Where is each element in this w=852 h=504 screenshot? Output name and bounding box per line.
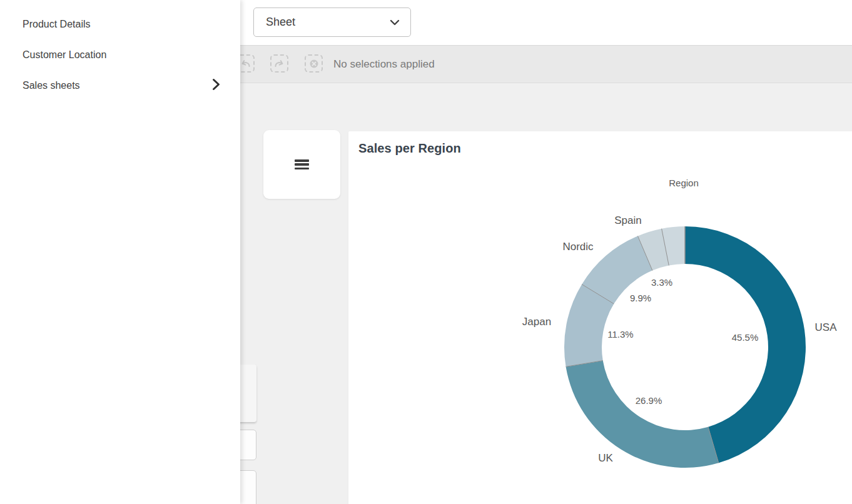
region-donut-svg: RegionUSAUKJapanNordicSpain45.5%26.9%11.… <box>348 131 852 504</box>
redo-selection-icon[interactable] <box>270 54 288 73</box>
menu-item-sales-sheets[interactable]: Sales sheets <box>0 70 240 101</box>
navigation-menu-card[interactable] <box>263 130 340 199</box>
clear-selections-icon[interactable] <box>305 54 323 73</box>
chevron-down-icon <box>390 19 400 26</box>
slice-name-label: USA <box>815 321 838 333</box>
slice-name-label: Japan <box>522 316 551 328</box>
menu-item-label: Product Details <box>23 19 91 30</box>
slice-name-label: Spain <box>614 214 641 226</box>
sales-per-region-chart-card[interactable]: RegionUSAUKJapanNordicSpain45.5%26.9%11.… <box>348 131 852 504</box>
menu-item-label: Customer Location <box>23 49 106 61</box>
sheet-selector-dropdown[interactable]: Sheet <box>253 8 411 37</box>
donut-chart: RegionUSAUKJapanNordicSpain45.5%26.9%11.… <box>348 131 852 504</box>
slice-percent-label: 45.5% <box>732 332 759 343</box>
slice-percent-label: 11.3% <box>607 329 633 340</box>
sheet-navigation-panel: Product Details Customer Location Sales … <box>0 0 240 504</box>
selections-status-text: No selections applied <box>333 46 435 83</box>
slice-name-label: UK <box>598 452 613 464</box>
donut-slice-uk[interactable] <box>566 361 719 468</box>
slice-percent-label: 9.9% <box>630 293 651 303</box>
hamburger-menu-icon <box>295 159 309 169</box>
slice-percent-label: 26.9% <box>636 395 662 406</box>
app-window: Sheet No selections app <box>0 0 852 504</box>
menu-item-product-details[interactable]: Product Details <box>0 9 240 39</box>
dimension-title-label: Region <box>669 178 699 188</box>
slice-name-label: Nordic <box>562 241 594 253</box>
menu-item-customer-location[interactable]: Customer Location <box>0 39 240 70</box>
chart-title: Sales per Region <box>358 141 461 156</box>
slice-percent-label: 3.3% <box>651 277 672 288</box>
chevron-right-icon <box>212 78 220 93</box>
menu-item-label: Sales sheets <box>23 80 80 91</box>
donut-slice-usa[interactable] <box>685 226 806 463</box>
sheet-selector-value: Sheet <box>266 16 295 29</box>
